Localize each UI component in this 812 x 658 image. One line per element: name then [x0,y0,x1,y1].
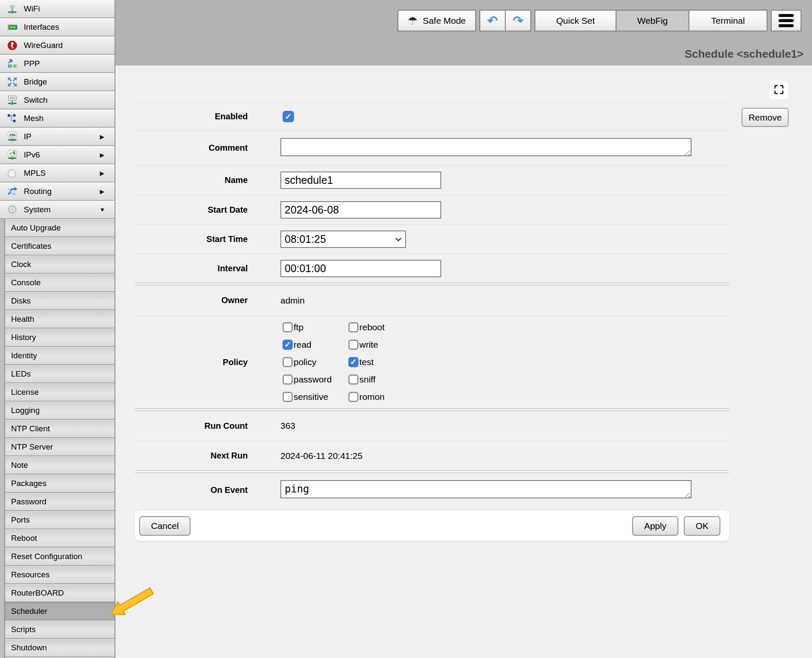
sidebar-item-password[interactable]: Password [5,493,115,511]
svg-text:255: 255 [9,133,15,137]
fullscreen-icon [773,84,784,96]
enabled-checkbox[interactable] [283,111,294,122]
sidebar-item-label: IPv6 [24,150,40,160]
sidebar-item-label: MPLS [24,169,46,178]
interval-row: Interval [135,254,729,283]
remove-button[interactable]: Remove [742,108,789,127]
next-run-value: 2024-06-11 20:41:25 [280,451,362,461]
sidebar-item-ntp-client[interactable]: NTP Client [5,420,115,438]
run-count-label: Run Count [135,421,248,431]
sidebar-item-logging[interactable]: Logging [5,402,115,420]
sidebar-item-label: Interfaces [24,22,59,32]
sidebar-item-identity[interactable]: Identity [5,347,115,365]
content: Remove Enabled Comment Name Start Date [115,65,812,658]
undo-button[interactable]: ↶ [479,10,506,31]
terminal-button[interactable]: Terminal [689,10,767,31]
quick-set-button[interactable]: Quick Set [535,10,616,31]
policy-checkbox-romon[interactable] [348,392,358,402]
sidebar-item-scheduler[interactable]: Scheduler [5,602,115,621]
sidebar-item-wifi[interactable]: WiFi [0,0,115,18]
sidebar-item-packages[interactable]: Packages [5,475,115,493]
name-input[interactable] [280,172,441,189]
policy-checkbox-sensitive[interactable] [283,392,293,402]
sidebar-item-switch[interactable]: Switch [0,91,115,110]
chevron-down-icon [395,237,401,242]
sidebar-item-license[interactable]: License [5,383,115,402]
start-date-label: Start Date [135,205,248,215]
sidebar-item-certificates[interactable]: Certificates [5,237,115,256]
sidebar-item-label: Switch [24,96,48,105]
policy-checkbox-read[interactable] [283,340,293,350]
sidebar-item-clock[interactable]: Clock [5,256,115,274]
run-count-row: Run Count 363 [135,411,729,441]
sidebar-item-reset-configuration[interactable]: Reset Configuration [5,548,115,566]
fullscreen-button[interactable] [770,81,788,99]
sidebar-item-label: Scripts [11,625,36,634]
sidebar-item-ipv6[interactable]: 6 IPv6 [0,146,115,164]
redo-button[interactable]: ↷ [505,10,531,31]
sidebar-item-ppp[interactable]: PPP [0,55,115,73]
sidebar-item-note[interactable]: Note [5,456,115,475]
sidebar-item-bridge[interactable]: Bridge [0,73,115,91]
sidebar-item-interfaces[interactable]: Interfaces [0,18,115,37]
sidebar-item-resources[interactable]: Resources [5,566,115,584]
sidebar-item-routing[interactable]: Routing [0,183,115,201]
policy-checkbox-password[interactable] [283,374,293,385]
sidebar-item-label: Clock [11,260,31,269]
sidebar-item-disks[interactable]: Disks [5,292,115,310]
toolbar: ☂ Safe Mode ↶ ↷ Quick Set WebFig Termina… [398,10,801,31]
sidebar-item-label: Identity [11,351,37,360]
sidebar-item-mpls[interactable]: MPLS [0,164,115,183]
sidebar-item-console[interactable]: Console [5,274,115,292]
owner-row: Owner admin [135,285,729,315]
gear-icon: ⚙ [6,203,19,216]
policy-checkbox-ftp[interactable] [283,322,293,332]
sidebar-item-ip[interactable]: 255 IP [0,128,115,146]
policy-checkbox-sniff[interactable] [348,374,358,385]
on-event-textarea[interactable]: ping [280,480,692,498]
policy-checkbox-test[interactable] [348,357,358,367]
sidebar-item-label: Routing [24,187,52,196]
sidebar-item-mesh[interactable]: Mesh [0,110,115,128]
sidebar-item-label: License [11,388,39,397]
start-time-select[interactable]: 08:01:25 [280,231,406,248]
sidebar-item-label: PPP [24,59,40,68]
sidebar-item-scripts[interactable]: Scripts [5,621,115,639]
sidebar-item-wireguard[interactable]: WireGuard [0,37,115,55]
on-event-label: On Event [135,485,248,495]
policy-checkbox-policy[interactable] [283,357,293,367]
sidebar-item-label: Bridge [24,77,47,87]
policy-checkbox-write[interactable] [348,340,358,350]
sidebar-item-auto-upgrade[interactable]: Auto Upgrade [5,219,115,237]
safe-mode-button[interactable]: ☂ Safe Mode [398,10,476,31]
sidebar-item-label: Scheduler [11,607,48,616]
apply-button[interactable]: Apply [632,516,678,536]
cancel-button[interactable]: Cancel [139,516,190,536]
bridge-icon [6,76,19,88]
sidebar-item-history[interactable]: History [5,329,115,347]
hamburger-menu-button[interactable] [771,10,801,31]
webfig-button[interactable]: WebFig [616,10,689,31]
sidebar-item-shutdown[interactable]: Shutdown [5,639,115,657]
sidebar-item-leds[interactable]: LEDs [5,365,115,383]
sidebar-item-ntp-server[interactable]: NTP Server [5,438,115,456]
ok-button[interactable]: OK [684,516,720,536]
sidebar-item-routerboard[interactable]: RouterBOARD [5,584,115,602]
mesh-icon [6,112,19,125]
enabled-label: Enabled [135,112,248,121]
sidebar-item-label: LEDs [11,369,31,379]
undo-icon: ↶ [487,14,498,27]
interval-input[interactable] [280,260,441,277]
sidebar-item-ports[interactable]: Ports [5,511,115,529]
policy-checkbox-reboot[interactable] [348,322,358,332]
action-button-bar: Cancel Apply OK [135,511,729,541]
svg-text:6: 6 [13,151,16,155]
start-date-input[interactable] [280,201,441,219]
sidebar-item-reboot[interactable]: Reboot [5,529,115,548]
sidebar-item-system[interactable]: ⚙ System [0,201,115,219]
sidebar-item-label: Mesh [24,114,43,123]
comment-textarea[interactable] [280,138,692,156]
umbrella-icon: ☂ [408,15,417,26]
interfaces-icon [6,21,19,34]
sidebar-item-health[interactable]: Health [5,310,115,329]
